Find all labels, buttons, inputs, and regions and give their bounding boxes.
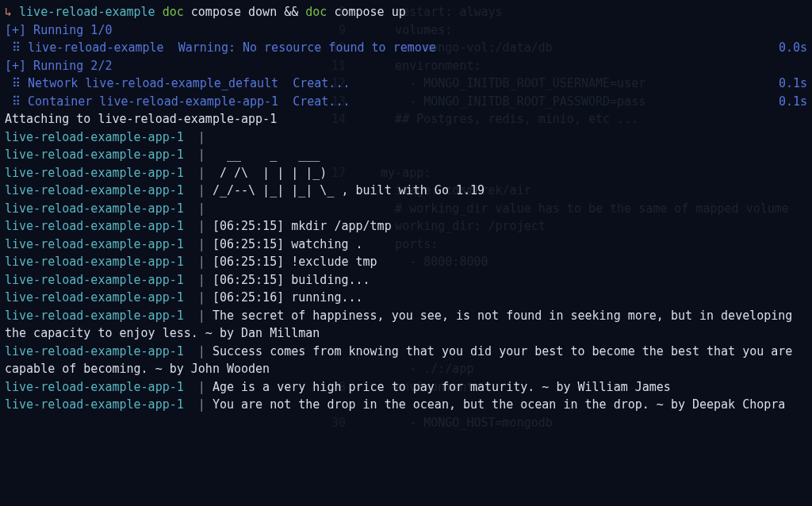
log-text: Age is a very high price to pay for matu… — [213, 380, 671, 394]
log-line: live-reload-example-app-1 | Success come… — [5, 343, 807, 378]
log-separator: | — [184, 255, 213, 269]
log-text: [06:25:15] watching . — [213, 237, 363, 251]
warning-msg: Warning: No resource found to remove — [178, 40, 436, 55]
log-container: live-reload-example-app-1 | live-reload-… — [5, 128, 807, 414]
log-line: live-reload-example-app-1 | [06:25:15] b… — [5, 271, 807, 289]
warning-name: live-reload-example — [28, 40, 178, 55]
spinner-icon: ⠿ — [5, 76, 28, 90]
log-text: __ _ ___ — [213, 148, 320, 162]
log-text: / /\ | | | |_) — [213, 166, 327, 180]
log-separator: | — [184, 237, 213, 251]
log-prefix: live-reload-example-app-1 — [5, 201, 184, 216]
prompt-line: ↳ live-reload-example doc compose down &… — [5, 3, 807, 21]
cmd-amp: && — [277, 5, 305, 19]
log-text: /_/--\ |_| |_| \_ , built with Go 1.19 — [213, 183, 485, 197]
network-status: Creat... — [293, 76, 350, 90]
log-prefix: live-reload-example-app-1 — [5, 166, 184, 180]
log-prefix: live-reload-example-app-1 — [5, 255, 184, 269]
log-separator: | — [184, 201, 213, 216]
terminal[interactable]: ↳ live-reload-example doc compose down &… — [5, 3, 807, 414]
log-line: live-reload-example-app-1 | / /\ | | | |… — [5, 164, 807, 182]
log-line: live-reload-example-app-1 | Age is a ver… — [5, 378, 807, 397]
prompt-arrow: ↳ — [5, 5, 19, 19]
log-separator: | — [184, 344, 213, 358]
log-line: live-reload-example-app-1 | The secret o… — [5, 307, 807, 343]
log-prefix: live-reload-example-app-1 — [5, 380, 184, 394]
log-text: You are not the drop in the ocean, but t… — [213, 397, 785, 412]
log-separator: | — [184, 380, 213, 394]
log-prefix: live-reload-example-app-1 — [5, 219, 184, 233]
container-row: ⠿ Container live-reload-example-app-1 Cr… — [5, 93, 807, 111]
log-prefix: live-reload-example-app-1 — [5, 309, 184, 323]
log-prefix: live-reload-example-app-1 — [5, 183, 184, 197]
cmd-compose-down: compose down — [184, 5, 277, 19]
log-separator: | — [184, 183, 213, 197]
container-status: Creat... — [293, 94, 350, 109]
log-prefix: live-reload-example-app-1 — [5, 290, 184, 305]
network-name: Network live-reload-example_default — [28, 76, 293, 90]
log-separator: | — [184, 148, 213, 162]
cmd-compose-up: compose up — [327, 5, 405, 19]
log-prefix: live-reload-example-app-1 — [5, 344, 184, 358]
log-prefix: live-reload-example-app-1 — [5, 148, 184, 162]
cmd-doc-2: doc — [305, 5, 327, 19]
log-separator: | — [184, 309, 213, 323]
log-separator: | — [184, 290, 213, 305]
running-header-2: [+] Running 2/2 — [5, 57, 807, 75]
warning-time: 0.0s — [779, 39, 807, 57]
log-separator: | — [184, 397, 213, 412]
log-line: live-reload-example-app-1 | [06:25:15] w… — [5, 236, 807, 254]
prompt-dir: live-reload-example — [19, 5, 155, 19]
log-prefix: live-reload-example-app-1 — [5, 130, 184, 144]
log-line: live-reload-example-app-1 | [06:25:15] !… — [5, 253, 807, 271]
log-line: live-reload-example-app-1 | [06:25:15] m… — [5, 217, 807, 236]
log-line: live-reload-example-app-1 | __ _ ___ — [5, 146, 807, 164]
log-line: live-reload-example-app-1 | [06:25:16] r… — [5, 289, 807, 307]
running-header-1: [+] Running 1/0 — [5, 21, 807, 40]
log-text: [06:25:15] !exclude tmp — [213, 255, 377, 269]
cmd-doc-1: doc — [155, 5, 184, 19]
log-line: live-reload-example-app-1 | You are not … — [5, 396, 807, 414]
attaching-line: Attaching to live-reload-example-app-1 — [5, 110, 807, 128]
log-prefix: live-reload-example-app-1 — [5, 397, 184, 412]
log-text: [06:25:15] building... — [213, 273, 370, 287]
log-separator: | — [184, 273, 213, 287]
log-line: live-reload-example-app-1 | — [5, 200, 807, 218]
log-prefix: live-reload-example-app-1 — [5, 273, 184, 287]
log-line: live-reload-example-app-1 | — [5, 128, 807, 147]
warning-row: ⠿ live-reload-example Warning: No resour… — [5, 39, 807, 57]
spinner-icon: ⠿ — [5, 94, 28, 109]
log-text: [06:25:16] running... — [213, 290, 363, 305]
network-row: ⠿ Network live-reload-example_default Cr… — [5, 75, 807, 93]
spinner-icon: ⠿ — [5, 40, 28, 55]
ghost-line: 30 - MONGO_HOST=mongodb — [5, 414, 807, 432]
log-separator: | — [184, 166, 213, 180]
container-time: 0.1s — [779, 93, 807, 111]
log-line: live-reload-example-app-1 | /_/--\ |_| |… — [5, 182, 807, 200]
container-name: Container live-reload-example-app-1 — [28, 94, 293, 109]
log-separator: | — [184, 219, 213, 233]
network-time: 0.1s — [779, 75, 807, 93]
log-prefix: live-reload-example-app-1 — [5, 237, 184, 251]
log-text: [06:25:15] mkdir /app/tmp — [213, 219, 392, 233]
log-separator: | — [184, 130, 213, 144]
